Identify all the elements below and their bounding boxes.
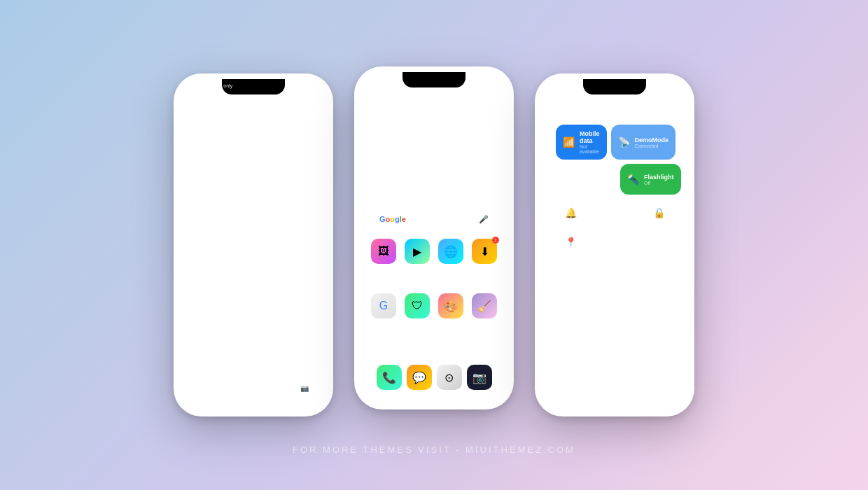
mobiledata-icon: 📶: [563, 136, 575, 148]
signal-bar-2: [302, 85, 303, 88]
p3-signal-bar-2: [663, 85, 664, 88]
app-google[interactable]: G Google: [370, 293, 398, 326]
p1-time-display: 2:36: [179, 146, 328, 195]
themes-label: Themes: [442, 321, 459, 326]
ctrl-tile-demomode[interactable]: 📡 DemoMode Connected: [611, 125, 676, 160]
ctrl-screen-icon[interactable]: ⛶: [617, 230, 642, 255]
p2-search-bar[interactable]: Google 🎤: [372, 209, 496, 230]
p3-status-icons: ▾ ▋: [661, 82, 682, 89]
ctrl-tiles-row2: ʙ Bluetooth Off 🔦 Flashlight Off: [556, 164, 673, 195]
p2-screen: · ▾ ▋ 02:36 Thursday 11 March Google: [360, 72, 508, 404]
p3-emergency-text: Emergency calls o: [547, 83, 582, 88]
ctrl-header: Control centre ⚙ ✏: [556, 103, 673, 118]
p2-status-bar: · ▾ ▋: [367, 75, 501, 82]
p2-date-display: Thursday 11 March: [360, 158, 508, 176]
p1-status-bar: Emergency calls only ▾ ▋: [186, 82, 321, 89]
ctrl-lock-icon[interactable]: 🔒: [646, 200, 671, 225]
ctrl-tile-mobiledata[interactable]: 📶 Mobile data Not available: [556, 125, 607, 160]
bluetooth-sub: Off: [580, 181, 609, 186]
p1-date-display: Thursday 03/11: [179, 198, 328, 206]
p2-signal-bar-3: [484, 76, 486, 81]
gallery-icon: 🖼: [371, 239, 396, 264]
ctrl-tile-bluetooth[interactable]: ʙ Bluetooth Off: [556, 164, 616, 195]
app-gallery[interactable]: 🖼 Gallery: [370, 239, 398, 271]
app-playstore[interactable]: ▶ Play Store: [403, 239, 431, 271]
playstore-icon: ▶: [405, 239, 430, 264]
getapps-label: GetApps: [475, 266, 493, 271]
ctrl-a-button[interactable]: A: [556, 259, 577, 280]
app-grid-row2: G Google 🛡 Security 🎨 Themes 🧹: [370, 293, 498, 326]
ctrl-brightness-slider[interactable]: ☀: [582, 259, 673, 280]
p1-wifi-icon: ▾: [309, 83, 312, 89]
themes-icon: 🎨: [438, 293, 463, 318]
app-security[interactable]: 🛡 Security: [403, 293, 431, 326]
p3-signal: [661, 83, 668, 88]
p1-signal: [300, 83, 307, 88]
demomode-text: DemoMode Connected: [635, 136, 669, 148]
app-themes[interactable]: 🎨 Themes: [437, 293, 465, 326]
security-label: Security: [408, 321, 426, 326]
getapps-icon: ⬇ 2: [472, 239, 497, 264]
ctrl-note-icon[interactable]: ✏: [587, 200, 612, 225]
dock-chrome-icon: ⊙: [437, 365, 462, 390]
cleaner-icon: 🧹: [472, 293, 497, 318]
p2-wifi-icon: ▾: [489, 76, 492, 82]
p3-signal-bar-1: [661, 86, 662, 88]
dock-messages[interactable]: 💬: [407, 365, 432, 390]
p2-dock: 📞 💬 ⊙ 📷: [374, 365, 494, 390]
p1-swipe-label: Swipe up to unlock: [179, 383, 328, 390]
mibrowser-label: MI Browser: [438, 266, 463, 271]
p2-date-line1: Thursday: [360, 158, 508, 167]
ctrl-tile-flashlight[interactable]: 🔦 Flashlight Off: [620, 164, 681, 195]
p1-battery-icon: ▋: [313, 82, 321, 89]
p1-emergency-text: Emergency calls only: [186, 83, 232, 88]
p3-screen: Emergency calls o ▾ ▋ Control centre ⚙ ✏: [540, 79, 689, 411]
mobiledata-sub: Not available: [580, 144, 600, 154]
demomode-name: DemoMode: [635, 136, 669, 144]
ctrl-sync-icon[interactable]: ↺: [587, 230, 612, 255]
p2-signal-bar-1: [480, 79, 482, 81]
app-getapps[interactable]: ⬇ 2 GetApps: [470, 239, 498, 271]
flashlight-sub: Off: [644, 181, 674, 186]
app-cleaner[interactable]: 🧹 Cleaner: [470, 293, 498, 326]
p1-status-icons: ▾ ▋: [300, 82, 321, 89]
dock-phone[interactable]: 📞: [377, 365, 402, 390]
demomode-sub: Connected: [635, 144, 669, 148]
flashlight-text: Flashlight Off: [644, 174, 674, 186]
google-label: Google: [376, 321, 392, 326]
app-grid-row1: 🖼 Gallery ▶ Play Store 🌐 MI Browser ⬇: [370, 239, 498, 271]
ctrl-title: Control centre: [556, 103, 642, 118]
app-mibrowser[interactable]: 🌐 MI Browser: [437, 239, 465, 271]
ctrl-icon-row1: 🔔 ✏ ✈ 🔒: [556, 200, 673, 225]
mobiledata-name: Mobile data: [580, 130, 600, 144]
flashlight-icon: 🔦: [627, 174, 640, 185]
watermark-text: FOR MORE THEMES VISIT - MIUITHEMEZ.COM: [293, 444, 575, 455]
p3-home-bar: [597, 398, 632, 400]
dock-chrome[interactable]: ⊙: [437, 365, 462, 390]
p1-screen: Emergency calls only ▾ ▋ 2:36 Thursday 0…: [179, 79, 328, 411]
p2-battery-icon: ▋: [493, 75, 501, 82]
control-panel: Control centre ⚙ ✏ 📶 Mobile data Not ava…: [547, 94, 682, 404]
ctrl-eye-icon[interactable]: 👁: [646, 230, 671, 255]
signal-bar-3: [304, 83, 305, 88]
ctrl-settings-icon[interactable]: ⚙: [654, 106, 662, 115]
dock-camera[interactable]: 📷: [467, 365, 492, 390]
dock-camera-icon: 📷: [467, 365, 492, 390]
ctrl-airplane-icon[interactable]: ✈: [617, 200, 642, 225]
phone-2-homescreen: · ▾ ▋ 02:36 Thursday 11 March Google: [354, 66, 514, 410]
p3-signal-bar-3: [665, 83, 666, 88]
p3-status-bar: Emergency calls o ▾ ▋: [547, 82, 682, 89]
google-icon: G: [371, 293, 396, 318]
bluetooth-icon: ʙ: [563, 174, 575, 185]
mobiledata-text: Mobile data Not available: [580, 130, 600, 154]
ctrl-edit-icon[interactable]: ✏: [667, 106, 673, 115]
p2-home-bar: [413, 395, 455, 397]
ctrl-alarm-icon[interactable]: 🔔: [558, 200, 583, 225]
ctrl-tiles-row1: 📶 Mobile data Not available 📡 DemoMode C…: [556, 125, 673, 160]
signal-bar-4: [306, 83, 307, 88]
demomode-icon: 📡: [618, 136, 631, 148]
ctrl-location-icon[interactable]: 📍: [558, 230, 583, 255]
p2-signal-bar-4: [486, 76, 488, 81]
p2-status-icons: ▾ ▋: [480, 75, 501, 82]
search-mic-icon[interactable]: 🎤: [479, 215, 489, 224]
